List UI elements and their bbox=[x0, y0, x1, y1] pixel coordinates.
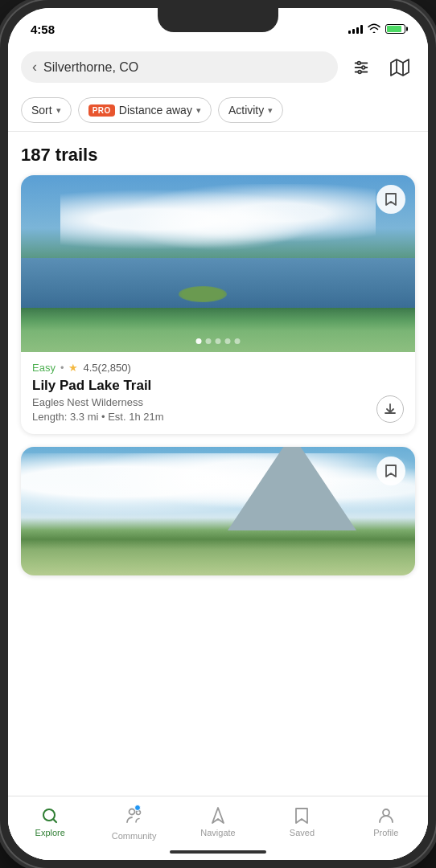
activity-label: Activity bbox=[228, 104, 264, 117]
svg-point-10 bbox=[129, 809, 134, 815]
filters-row: Sort ▾ PRO Distance away ▾ Activity ▾ bbox=[8, 91, 428, 132]
distance-label: Distance away bbox=[119, 104, 192, 117]
explore-icon bbox=[40, 806, 60, 825]
svg-point-4 bbox=[362, 66, 365, 69]
svg-point-12 bbox=[383, 809, 389, 816]
trail-card-2[interactable] bbox=[21, 447, 415, 575]
svg-point-9 bbox=[43, 809, 55, 821]
activity-filter-chip[interactable]: Activity ▾ bbox=[218, 97, 283, 123]
sort-filter-chip[interactable]: Sort ▾ bbox=[21, 97, 72, 123]
trail-hero-image-2 bbox=[21, 447, 415, 575]
explore-label: Explore bbox=[35, 828, 65, 837]
star-icon-1: ★ bbox=[68, 362, 78, 374]
phone-screen: 4:58 bbox=[8, 8, 428, 860]
saved-label: Saved bbox=[290, 828, 315, 837]
trail-image-container-1 bbox=[21, 175, 415, 352]
pro-badge: PRO bbox=[88, 104, 115, 117]
trail-info-1: Easy • ★ 4.5(2,850) Lily Pad Lake Trail … bbox=[21, 352, 415, 434]
screen-content: ‹ Silverthorne, CO bbox=[8, 43, 428, 860]
trail-hero-image-1 bbox=[21, 175, 415, 352]
nav-item-profile[interactable]: Profile bbox=[344, 803, 428, 841]
battery-icon bbox=[385, 24, 405, 34]
profile-icon bbox=[376, 806, 396, 825]
svg-point-11 bbox=[136, 811, 140, 815]
navigate-icon bbox=[208, 806, 228, 825]
carousel-dots-1 bbox=[196, 338, 241, 344]
trail-meta-1: Easy • ★ 4.5(2,850) bbox=[32, 362, 404, 374]
nav-item-saved[interactable]: Saved bbox=[260, 803, 343, 841]
notch bbox=[158, 8, 278, 32]
navigate-label: Navigate bbox=[200, 828, 235, 837]
bookmark-icon-2 bbox=[385, 464, 397, 478]
community-online-dot bbox=[134, 805, 141, 811]
sort-chevron-icon: ▾ bbox=[56, 105, 61, 116]
wifi-icon bbox=[368, 23, 380, 35]
activity-chevron-icon: ▾ bbox=[268, 105, 273, 116]
sort-label: Sort bbox=[31, 104, 52, 117]
saved-icon bbox=[292, 806, 311, 825]
search-bar-area: ‹ Silverthorne, CO bbox=[8, 43, 428, 91]
filter-icon-btn[interactable] bbox=[346, 52, 376, 83]
status-icons bbox=[348, 23, 405, 35]
download-icon-1 bbox=[384, 403, 397, 416]
home-indicator bbox=[170, 850, 266, 854]
location-text: Silverthorne, CO bbox=[43, 60, 327, 75]
bookmark-btn-1[interactable] bbox=[376, 185, 405, 214]
trail-name-1: Lily Pad Lake Trail bbox=[32, 378, 404, 394]
bookmark-btn-2[interactable] bbox=[376, 457, 405, 485]
rating-text-1: 4.5(2,850) bbox=[83, 362, 130, 374]
map-icon-btn[interactable] bbox=[385, 52, 415, 83]
search-bar[interactable]: ‹ Silverthorne, CO bbox=[21, 51, 338, 83]
nav-item-community[interactable]: Community bbox=[92, 803, 175, 844]
difficulty-badge-1: Easy bbox=[32, 362, 56, 374]
trail-location-1: Eagles Nest Wilderness bbox=[32, 396, 404, 408]
status-time: 4:58 bbox=[31, 23, 55, 36]
trails-count-heading: 187 trails bbox=[8, 132, 428, 175]
nav-item-explore[interactable]: Explore bbox=[8, 803, 92, 841]
nav-item-navigate[interactable]: Navigate bbox=[176, 803, 260, 841]
trail-stats-1: Length: 3.3 mi • Est. 1h 21m bbox=[32, 411, 404, 423]
back-chevron-icon[interactable]: ‹ bbox=[32, 59, 37, 76]
tune-icon bbox=[352, 59, 370, 76]
trail-image-container-2 bbox=[21, 447, 415, 575]
bottom-nav: Explore Community bbox=[8, 796, 428, 860]
bookmark-icon-1 bbox=[385, 192, 397, 207]
phone-frame: 4:58 bbox=[0, 0, 436, 868]
main-content: 187 trails bbox=[8, 132, 428, 860]
svg-point-5 bbox=[358, 70, 361, 73]
distance-chevron-icon: ▾ bbox=[196, 105, 201, 116]
map-icon bbox=[390, 58, 409, 77]
profile-label: Profile bbox=[373, 828, 398, 837]
trail-card-1[interactable]: Easy • ★ 4.5(2,850) Lily Pad Lake Trail … bbox=[21, 175, 415, 434]
svg-point-3 bbox=[357, 61, 360, 64]
community-label: Community bbox=[112, 831, 157, 841]
distance-filter-chip[interactable]: PRO Distance away ▾ bbox=[78, 97, 212, 123]
svg-marker-6 bbox=[391, 59, 409, 76]
signal-icon bbox=[348, 24, 363, 34]
download-btn-1[interactable] bbox=[376, 395, 404, 423]
